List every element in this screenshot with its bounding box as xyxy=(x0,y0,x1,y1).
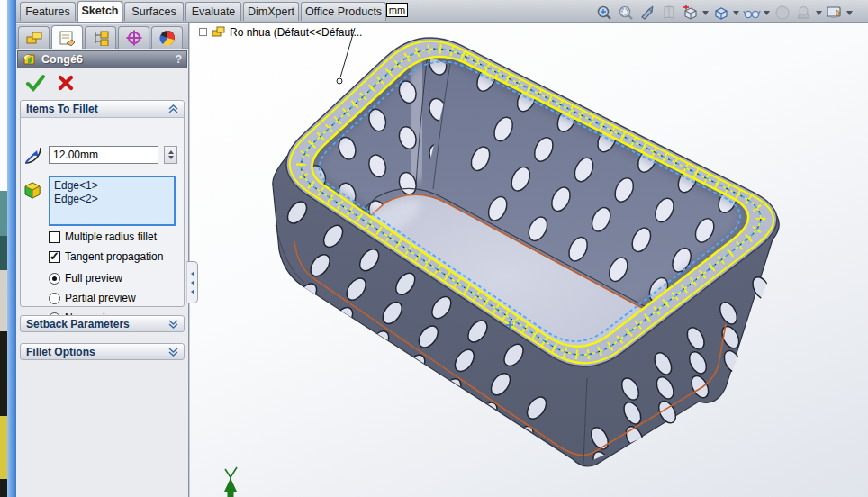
tangent-propagation-checkbox[interactable] xyxy=(49,251,60,263)
zoom-to-area-icon[interactable] xyxy=(616,4,635,22)
collapse-chevron-icon xyxy=(168,104,178,113)
configuration-manager-tab[interactable] xyxy=(85,26,116,49)
display-style-dropdown[interactable] xyxy=(733,4,739,22)
origin-icon xyxy=(224,467,237,497)
property-manager-tab[interactable] xyxy=(51,25,83,49)
fillet-options-header[interactable]: Fillet Options xyxy=(20,343,185,360)
display-style-icon[interactable] xyxy=(711,4,730,22)
shadows-icon xyxy=(773,4,791,22)
view-orientation-dropdown[interactable] xyxy=(702,4,709,22)
checkbox-label: Multiple radius fillet xyxy=(65,230,157,243)
tab-features[interactable]: Features xyxy=(20,2,76,21)
command-tabbar: Features Sketch Surfaces Evaluate DimXpe… xyxy=(16,0,868,23)
feature-title-bar: Congé6 ? xyxy=(17,50,187,68)
part-name-label[interactable]: Ro nhua (Défaut<<Défaut... xyxy=(230,26,362,39)
display-manager-tab[interactable] xyxy=(151,26,183,49)
unit-indicator: mm xyxy=(386,3,408,17)
tangent-propagation-row[interactable]: Tangent propagation xyxy=(49,250,163,263)
panel-collapse-handle[interactable] xyxy=(186,261,198,303)
part-icon xyxy=(211,25,226,39)
tab-sketch[interactable]: Sketch xyxy=(77,1,122,22)
edge-selection-row: Edge<1> Edge<2> xyxy=(22,176,176,226)
radius-spinner[interactable] xyxy=(164,146,177,164)
radio-label: Partial preview xyxy=(65,292,136,304)
radius-input[interactable] xyxy=(49,146,158,164)
view-toolbar xyxy=(594,3,853,23)
expand-chevron-icon xyxy=(168,348,178,357)
feature-title: Congé6 xyxy=(41,53,171,66)
view-settings-dropdown[interactable] xyxy=(846,4,853,22)
expand-chevron-icon xyxy=(168,320,178,329)
apply-scene-icon xyxy=(794,4,813,22)
solidworks-window: { "tabs": { "items": [ { "label": "Featu… xyxy=(0,0,868,497)
multiple-radius-fillet-row[interactable]: Multiple radius fillet xyxy=(49,230,157,243)
multiple-radius-fillet-checkbox[interactable] xyxy=(49,231,60,243)
edge-list-item[interactable]: Edge<2> xyxy=(54,193,170,206)
tab-evaluate[interactable]: Evaluate xyxy=(185,2,241,21)
view-orientation-icon[interactable] xyxy=(681,4,700,22)
radio-label: Full preview xyxy=(65,272,122,285)
view-settings-icon[interactable] xyxy=(825,4,844,22)
edge-list-item[interactable]: Edge<1> xyxy=(54,179,170,193)
ok-button[interactable] xyxy=(25,74,45,92)
section-view-icon xyxy=(659,4,678,22)
dimxpert-manager-tab[interactable] xyxy=(118,26,149,49)
fillet-feature-icon xyxy=(23,53,37,66)
tab-dimxpert[interactable]: DimXpert xyxy=(243,2,299,21)
feature-tree-flyout: Ro nhua (Défaut<<Défaut... xyxy=(199,25,362,39)
hide-show-items-dropdown[interactable] xyxy=(764,4,770,22)
feature-manager-tab[interactable] xyxy=(18,26,50,49)
radius-row xyxy=(22,144,177,166)
partial-preview-radio[interactable] xyxy=(49,293,60,304)
partial-preview-row[interactable]: Partial preview xyxy=(49,292,136,304)
items-to-fillet-header[interactable]: Items To Fillet xyxy=(21,101,184,118)
edge-selection-icon xyxy=(22,179,43,201)
apply-scene-dropdown[interactable] xyxy=(816,4,822,22)
full-preview-radio[interactable] xyxy=(49,273,60,285)
hide-show-items-icon[interactable] xyxy=(742,4,761,22)
manager-tab-bar xyxy=(16,24,188,49)
tab-office-products[interactable]: Office Products xyxy=(301,2,386,21)
full-preview-row[interactable]: Full preview xyxy=(49,272,122,285)
tab-surfaces[interactable]: Surfaces xyxy=(124,2,184,21)
cancel-button[interactable] xyxy=(58,75,74,91)
setback-parameters-header[interactable]: Setback Parameters xyxy=(20,315,185,332)
edges-listbox[interactable]: Edge<1> Edge<2> xyxy=(49,176,176,226)
background-desktop-sliver xyxy=(0,0,7,497)
basket-3d-model[interactable] xyxy=(190,23,868,497)
window-edge-strip xyxy=(7,0,16,497)
checkbox-label: Tangent propagation xyxy=(65,250,163,263)
help-icon[interactable]: ? xyxy=(176,53,182,66)
zoom-to-fit-icon[interactable] xyxy=(594,4,613,22)
radius-icon xyxy=(22,144,43,166)
tree-expand-icon[interactable] xyxy=(199,28,207,36)
property-manager-panel: Congé6 ? Items To Fillet Edge<1> Edge<2> xyxy=(16,23,189,497)
zoom-to-selection-icon[interactable] xyxy=(637,4,656,22)
graphics-viewport[interactable]: Ro nhua (Défaut<<Défaut... xyxy=(190,23,868,497)
